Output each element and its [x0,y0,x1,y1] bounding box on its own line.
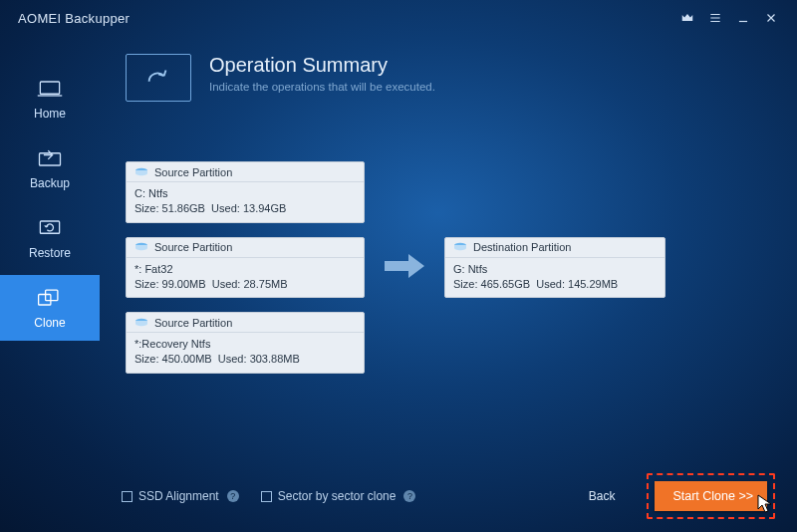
partition-stats: Size: 465.65GB Used: 145.29MB [453,277,657,292]
source-partition-card[interactable]: Source Partition C: Ntfs Size: 51.86GB U… [126,161,365,223]
sidebar: Home Backup Restore Clone [0,36,100,532]
ssd-alignment-checkbox[interactable]: SSD Alignment ? [122,489,239,503]
sidebar-item-restore[interactable]: Restore [0,205,100,271]
page-title: Operation Summary [209,54,435,77]
destination-column: Destination Partition G: Ntfs Size: 465.… [444,237,665,299]
home-icon [36,77,64,101]
card-title: Destination Partition [473,241,571,253]
back-button[interactable]: Back [589,489,616,503]
disk-icon [453,242,467,252]
disk-icon [134,318,148,328]
sidebar-item-label: Restore [29,246,71,260]
minimize-icon[interactable] [729,4,757,32]
sidebar-item-label: Backup [30,176,70,190]
destination-partition-card[interactable]: Destination Partition G: Ntfs Size: 465.… [444,237,665,299]
partition-name: *:Recovery Ntfs [134,337,356,352]
restore-icon [36,216,64,240]
backup-icon [36,146,64,170]
button-label: Start Clone >> [672,489,753,503]
menu-list-icon[interactable] [701,4,729,32]
partition-name: C: Ntfs [134,186,356,201]
card-title: Source Partition [154,241,232,253]
partition-stats: Size: 99.00MB Used: 28.75MB [134,277,356,292]
checkbox-box [122,491,133,502]
svg-rect-3 [39,295,51,306]
partition-name: *: Fat32 [134,262,356,277]
checkbox-box [261,491,272,502]
card-title: Source Partition [154,166,232,178]
card-title: Source Partition [154,317,232,329]
partition-stats: Size: 51.86GB Used: 13.94GB [134,201,356,216]
partition-name: G: Ntfs [453,262,657,277]
sidebar-item-clone[interactable]: Clone [0,275,100,341]
arrow-right-icon [383,251,426,285]
source-partition-card[interactable]: Source Partition *:Recovery Ntfs Size: 4… [126,312,365,374]
app-window: AOMEI Backupper Home [0,0,797,532]
help-icon[interactable]: ? [403,490,415,502]
start-clone-highlight: Start Clone >> [647,473,775,519]
svg-rect-4 [46,290,58,301]
page-subtitle: Indicate the operations that will be exe… [209,81,435,93]
body: Home Backup Restore Clone [0,36,797,532]
main-panel: Operation Summary Indicate the operation… [100,36,797,532]
checkbox-label: Sector by sector clone [278,489,397,503]
sidebar-item-label: Clone [34,316,65,330]
page-header: Operation Summary Indicate the operation… [126,54,771,102]
sidebar-item-home[interactable]: Home [0,66,100,132]
sector-by-sector-checkbox[interactable]: Sector by sector clone ? [261,489,416,503]
disk-icon [134,242,148,252]
source-column: Source Partition C: Ntfs Size: 51.86GB U… [126,161,365,374]
checkbox-label: SSD Alignment [138,489,219,503]
help-icon[interactable]: ? [227,490,239,502]
source-partition-card[interactable]: Source Partition *: Fat32 Size: 99.00MB … [126,237,365,299]
footer-bar: SSD Alignment ? Sector by sector clone ?… [100,472,787,520]
summary-content: Source Partition C: Ntfs Size: 51.86GB U… [126,161,771,374]
summary-icon [126,54,191,102]
crown-icon[interactable] [673,4,701,32]
sidebar-item-label: Home [34,107,66,121]
start-clone-button[interactable]: Start Clone >> [655,481,767,511]
clone-icon [36,286,64,310]
app-title: AOMEI Backupper [18,11,130,26]
disk-icon [134,167,148,177]
partition-stats: Size: 450.00MB Used: 303.88MB [134,352,356,367]
svg-rect-0 [40,82,59,94]
close-icon[interactable] [757,4,785,32]
titlebar: AOMEI Backupper [0,0,797,36]
sidebar-item-backup[interactable]: Backup [0,135,100,201]
